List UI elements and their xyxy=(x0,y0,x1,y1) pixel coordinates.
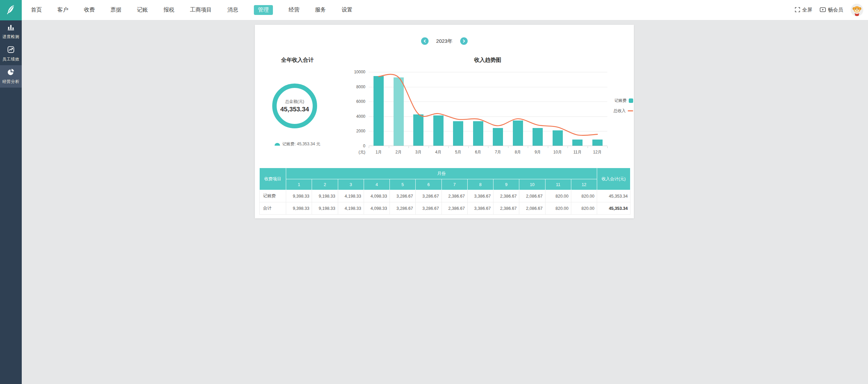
sidebar-item-3[interactable]: 经营分析 xyxy=(0,65,22,88)
legend-item-1[interactable]: 记账费 xyxy=(613,98,633,104)
top-nav: 首页客户收费票据记账报税工商项目消息管理经营服务设置 xyxy=(22,5,352,15)
month-value-cell: 2,386.67 xyxy=(493,190,519,202)
trend-chart-title: 收入趋势图 xyxy=(403,57,573,64)
nav-item-3[interactable]: 收费 xyxy=(84,6,95,14)
x-axis-label: 11月 xyxy=(567,149,588,155)
topbar: 首页客户收费票据记账报税工商项目消息管理经营服务设置 全屏 畅会员 xyxy=(0,0,868,20)
donut-legend-item[interactable]: 记账费: 45,353.34 元 xyxy=(260,141,335,147)
y-axis-label: 8000 xyxy=(341,85,365,89)
next-year-button[interactable] xyxy=(460,37,468,45)
x-axis-label: 12月 xyxy=(587,149,608,155)
bar-10月[interactable] xyxy=(553,130,563,146)
feather-logo-icon xyxy=(5,3,17,17)
bar-4月[interactable] xyxy=(433,115,444,146)
legend-item-2[interactable]: 总收入 xyxy=(613,108,633,114)
x-axis-label: 6月 xyxy=(468,149,488,155)
nav-item-11[interactable]: 服务 xyxy=(315,6,326,14)
income-table: 收费项目月份收入合计(元)123456789101112记账费9,398.339… xyxy=(259,168,630,215)
avatar[interactable] xyxy=(851,4,863,16)
bar-6月[interactable] xyxy=(473,121,483,146)
year-label: 2023年 xyxy=(436,38,452,44)
member-button[interactable]: 畅会员 xyxy=(820,7,843,13)
nav-item-5[interactable]: 记账 xyxy=(137,6,148,14)
nav-item-8[interactable]: 消息 xyxy=(227,6,238,14)
sidebar-item-label: 进度检测 xyxy=(2,34,19,40)
analysis-card: 2023年 全年收入合计 总金额(元) 45,353.34 记账费: 45,35… xyxy=(255,25,634,218)
nav-item-1[interactable]: 首页 xyxy=(31,6,42,14)
col-header-month-5: 5 xyxy=(390,179,416,190)
play-video-icon xyxy=(820,7,826,13)
app-logo[interactable] xyxy=(0,0,22,20)
bar-8月[interactable] xyxy=(513,121,523,146)
monkey-avatar-icon xyxy=(851,12,863,16)
x-axis-label: 1月 xyxy=(368,149,389,155)
x-axis-tick xyxy=(588,146,588,148)
month-value-cell: 2,086.67 xyxy=(519,190,545,202)
bar-7月[interactable] xyxy=(493,128,503,146)
nav-item-7[interactable]: 工商项目 xyxy=(190,6,212,14)
sidebar-item-1[interactable]: 进度检测 xyxy=(0,20,22,43)
month-value-cell: 9,198.33 xyxy=(312,190,338,202)
bar-chart-icon xyxy=(7,23,15,32)
nav-item-10[interactable]: 经营 xyxy=(289,6,299,14)
nav-item-6[interactable]: 报税 xyxy=(163,6,174,14)
x-axis-tick xyxy=(528,146,528,148)
donut-center-label: 总金额(元) xyxy=(285,99,304,105)
col-header-month-9: 9 xyxy=(493,179,519,190)
row-label: 合计 xyxy=(260,202,286,215)
y-axis-label: 2000 xyxy=(341,129,365,133)
nav-item-2[interactable]: 客户 xyxy=(57,6,68,14)
month-value-cell: 820.00 xyxy=(545,202,571,215)
month-value-cell: 3,286.67 xyxy=(390,202,416,215)
x-axis-tick xyxy=(389,146,389,148)
bar-12月[interactable] xyxy=(592,140,603,146)
month-value-cell: 820.00 xyxy=(545,190,571,202)
col-header-month-11: 11 xyxy=(545,179,571,190)
x-axis-tick xyxy=(448,146,449,148)
bar-9月[interactable] xyxy=(533,128,543,146)
gridline xyxy=(369,131,607,131)
bar-5月[interactable] xyxy=(453,121,463,146)
donut-center-value: 45,353.34 xyxy=(280,106,309,113)
chart-legend: 记账费总收入 xyxy=(613,98,633,114)
x-axis-tick xyxy=(369,146,369,148)
x-axis-label: 7月 xyxy=(488,149,508,155)
col-header-month-1: 1 xyxy=(286,179,312,190)
nav-item-4[interactable]: 票据 xyxy=(110,6,121,14)
fullscreen-button[interactable]: 全屏 xyxy=(795,7,812,13)
month-value-cell: 2,386.67 xyxy=(493,202,519,215)
line-series-marker xyxy=(628,110,633,111)
x-axis-label: 9月 xyxy=(527,149,548,155)
bar-1月[interactable] xyxy=(374,76,384,146)
legend-label: 记账费 xyxy=(614,98,627,104)
sidebar-item-label: 员工绩效 xyxy=(2,56,19,62)
fullscreen-icon xyxy=(795,7,800,13)
x-axis-label: 2月 xyxy=(388,149,409,155)
col-header-month-4: 4 xyxy=(364,179,389,190)
y-axis-label: 0 xyxy=(341,144,365,148)
month-value-cell: 2,386.67 xyxy=(441,190,467,202)
month-value-cell: 9,398.33 xyxy=(286,190,312,202)
x-axis-tick xyxy=(508,146,508,148)
gridline xyxy=(369,116,607,117)
col-header-month-2: 2 xyxy=(312,179,338,190)
col-header-month-12: 12 xyxy=(571,179,597,190)
col-header-month-10: 10 xyxy=(519,179,545,190)
sidebar-item-label: 经营分析 xyxy=(2,79,19,85)
trend-chart-plot: 0200040006000800010000(元)1月2月3月4月5月6月7月8… xyxy=(369,72,607,146)
y-axis-unit: (元) xyxy=(341,149,365,155)
x-axis-tick xyxy=(548,146,548,148)
sidebar: 进度检测员工绩效经营分析 xyxy=(0,20,22,384)
prev-year-button[interactable] xyxy=(421,37,429,45)
month-value-cell: 9,398.33 xyxy=(286,202,312,215)
nav-item-12[interactable]: 设置 xyxy=(342,6,352,14)
sidebar-item-2[interactable]: 员工绩效 xyxy=(0,43,22,65)
x-axis-label: 10月 xyxy=(548,149,568,155)
bar-3月[interactable] xyxy=(413,114,423,146)
row-total-cell: 45,353.34 xyxy=(597,202,630,215)
y-axis-label: 4000 xyxy=(341,114,365,119)
bar-11月[interactable] xyxy=(572,140,583,146)
x-axis-tick xyxy=(429,146,429,148)
nav-item-9[interactable]: 管理 xyxy=(254,5,273,15)
bar-2月[interactable] xyxy=(394,77,404,146)
